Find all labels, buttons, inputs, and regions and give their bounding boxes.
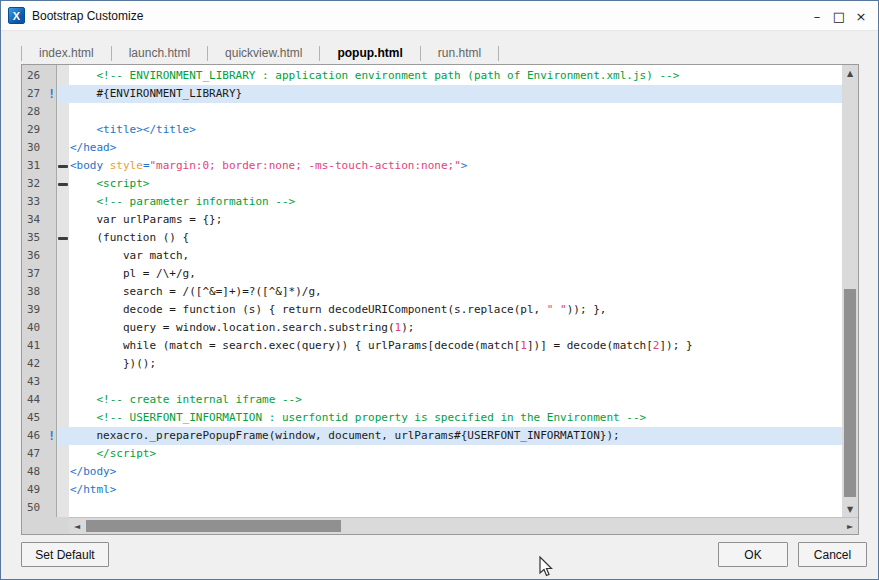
- code-text: <!-- create internal iframe -->: [69, 391, 842, 409]
- fold-cell[interactable]: [57, 229, 69, 247]
- code-editor[interactable]: 26 <!-- ENVIRONMENT_LIBRARY : applicatio…: [22, 67, 842, 517]
- fold-cell: [57, 121, 69, 139]
- code-line-45[interactable]: 45 <!-- USERFONT_INFORMATION : userfonti…: [22, 409, 842, 427]
- tab-separator: [498, 46, 499, 61]
- line-number: 31: [27, 157, 56, 175]
- scroll-up-icon[interactable]: ▲: [842, 65, 858, 81]
- code-text: #{ENVIRONMENT_LIBRARY}: [69, 85, 842, 103]
- code-text: [69, 499, 842, 517]
- code-line-42[interactable]: 42 })();: [22, 355, 842, 373]
- fold-cell: [57, 337, 69, 355]
- titlebar[interactable]: X Bootstrap Customize – □ ×: [1, 1, 878, 31]
- code-line-28[interactable]: 28: [22, 103, 842, 121]
- fold-cell: [57, 427, 69, 445]
- fold-cell: [57, 67, 69, 85]
- code-line-34[interactable]: 34 var urlParams = {};: [22, 211, 842, 229]
- tab-popup-html[interactable]: popup.html: [320, 42, 419, 64]
- code-text: decode = function (s) { return decodeURI…: [69, 301, 842, 319]
- code-line-44[interactable]: 44 <!-- create internal iframe -->: [22, 391, 842, 409]
- maximize-button[interactable]: □: [828, 5, 850, 27]
- cancel-button[interactable]: Cancel: [798, 542, 867, 567]
- code-line-39[interactable]: 39 decode = function (s) { return decode…: [22, 301, 842, 319]
- code-line-26[interactable]: 26 <!-- ENVIRONMENT_LIBRARY : applicatio…: [22, 67, 842, 85]
- fold-collapse-icon[interactable]: [58, 237, 68, 240]
- code-text: </html>: [69, 481, 842, 499]
- fold-cell: [57, 355, 69, 373]
- code-text: query = window.location.search.substring…: [69, 319, 842, 337]
- line-number: 41: [27, 337, 56, 355]
- scroll-right-icon[interactable]: ►: [842, 518, 858, 534]
- line-number: 47: [27, 445, 56, 463]
- code-line-50[interactable]: 50: [22, 499, 842, 517]
- code-text: })();: [69, 355, 842, 373]
- code-text: <!-- parameter information -->: [69, 193, 842, 211]
- line-number: 43: [27, 373, 56, 391]
- code-line-49[interactable]: 49</html>: [22, 481, 842, 499]
- code-text: while (match = search.exec(query)) { url…: [69, 337, 842, 355]
- code-text: (function () {: [69, 229, 842, 247]
- code-line-46[interactable]: 46! nexacro._preparePopupFrame(window, d…: [22, 427, 842, 445]
- code-text: <!-- ENVIRONMENT_LIBRARY : application e…: [69, 67, 842, 85]
- code-line-35[interactable]: 35 (function () {: [22, 229, 842, 247]
- tab-index-html[interactable]: index.html: [22, 42, 111, 64]
- vertical-scrollbar-thumb[interactable]: [844, 289, 856, 497]
- code-text: [69, 373, 842, 391]
- horizontal-scrollbar-thumb[interactable]: [86, 520, 341, 532]
- horizontal-scrollbar[interactable]: ◄ ►: [69, 517, 858, 534]
- fold-cell[interactable]: [57, 157, 69, 175]
- gutter-corner: [22, 517, 69, 534]
- code-line-31[interactable]: 31<body style="margin:0; border:none; -m…: [22, 157, 842, 175]
- code-line-40[interactable]: 40 query = window.location.search.substr…: [22, 319, 842, 337]
- code-line-47[interactable]: 47 </script>: [22, 445, 842, 463]
- fold-cell: [57, 445, 69, 463]
- code-text: pl = /\+/g,: [69, 265, 842, 283]
- tab-run-html[interactable]: run.html: [421, 42, 498, 64]
- code-line-41[interactable]: 41 while (match = search.exec(query)) { …: [22, 337, 842, 355]
- vertical-scrollbar[interactable]: ▲ ▼: [842, 65, 858, 517]
- fold-cell: [57, 463, 69, 481]
- close-button[interactable]: ×: [850, 5, 872, 27]
- code-line-37[interactable]: 37 pl = /\+/g,: [22, 265, 842, 283]
- code-text: nexacro._preparePopupFrame(window, docum…: [69, 427, 842, 445]
- scroll-left-icon[interactable]: ◄: [69, 518, 85, 534]
- fold-cell[interactable]: [57, 175, 69, 193]
- code-line-38[interactable]: 38 search = /([^&=]+)=?([^&]*)/g,: [22, 283, 842, 301]
- fold-collapse-icon[interactable]: [58, 165, 68, 168]
- code-line-32[interactable]: 32 <script>: [22, 175, 842, 193]
- ok-button[interactable]: OK: [718, 542, 788, 567]
- line-number: 28: [27, 103, 56, 121]
- code-text: <!-- USERFONT_INFORMATION : userfontid p…: [69, 409, 842, 427]
- minimize-button[interactable]: –: [806, 5, 828, 27]
- tab-quickview-html[interactable]: quickview.html: [208, 42, 319, 64]
- code-text: var match,: [69, 247, 842, 265]
- bootstrap-customize-dialog: X Bootstrap Customize – □ × index.htmlla…: [0, 0, 879, 580]
- line-number: 35: [27, 229, 56, 247]
- code-line-48[interactable]: 48</body>: [22, 463, 842, 481]
- bootstrap-token-marker-icon: !: [48, 85, 57, 103]
- fold-collapse-icon[interactable]: [58, 183, 68, 186]
- code-line-33[interactable]: 33 <!-- parameter information -->: [22, 193, 842, 211]
- code-line-29[interactable]: 29 <title></title>: [22, 121, 842, 139]
- line-number: 44: [27, 391, 56, 409]
- window-title: Bootstrap Customize: [32, 9, 143, 23]
- code-line-30[interactable]: 30</head>: [22, 139, 842, 157]
- fold-cell: [57, 319, 69, 337]
- code-line-43[interactable]: 43: [22, 373, 842, 391]
- fold-cell: [57, 499, 69, 517]
- scroll-down-icon[interactable]: ▼: [842, 501, 858, 517]
- fold-cell: [57, 481, 69, 499]
- code-line-27[interactable]: 27! #{ENVIRONMENT_LIBRARY}: [22, 85, 842, 103]
- fold-cell: [57, 409, 69, 427]
- code-text: </script>: [69, 445, 842, 463]
- line-number: 30: [27, 139, 56, 157]
- tab-launch-html[interactable]: launch.html: [112, 42, 207, 64]
- line-number: 50: [27, 499, 56, 517]
- code-line-36[interactable]: 36 var match,: [22, 247, 842, 265]
- code-text: <script>: [69, 175, 842, 193]
- code-text: var urlParams = {};: [69, 211, 842, 229]
- fold-cell: [57, 391, 69, 409]
- code-text: <title></title>: [69, 121, 842, 139]
- code-text: <body style="margin:0; border:none; -ms-…: [69, 157, 842, 175]
- set-default-button[interactable]: Set Default: [21, 542, 109, 567]
- line-number: 36: [27, 247, 56, 265]
